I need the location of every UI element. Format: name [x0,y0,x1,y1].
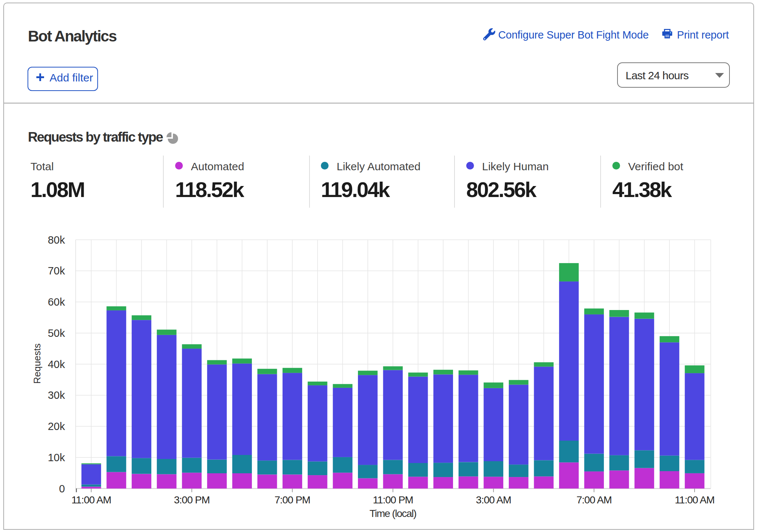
svg-text:3:00 PM: 3:00 PM [174,494,210,506]
svg-text:0: 0 [59,483,65,495]
svg-text:3:00 AM: 3:00 AM [476,494,511,506]
svg-text:30k: 30k [48,389,65,401]
svg-text:7:00 AM: 7:00 AM [576,494,612,506]
svg-text:7:00 PM: 7:00 PM [275,494,310,506]
svg-text:40k: 40k [48,358,65,370]
svg-text:11:00 PM: 11:00 PM [373,494,413,506]
svg-text:20k: 20k [48,420,65,432]
svg-text:50k: 50k [48,327,65,339]
svg-text:10k: 10k [48,452,65,463]
svg-text:80k: 80k [48,234,65,246]
svg-text:11:00 AM: 11:00 AM [675,494,714,506]
svg-text:Requests: Requests [32,343,43,384]
svg-text:70k: 70k [48,265,65,277]
svg-text:11:00 AM: 11:00 AM [71,494,111,506]
svg-text:60k: 60k [48,296,65,308]
svg-text:Time (local): Time (local) [369,508,416,519]
